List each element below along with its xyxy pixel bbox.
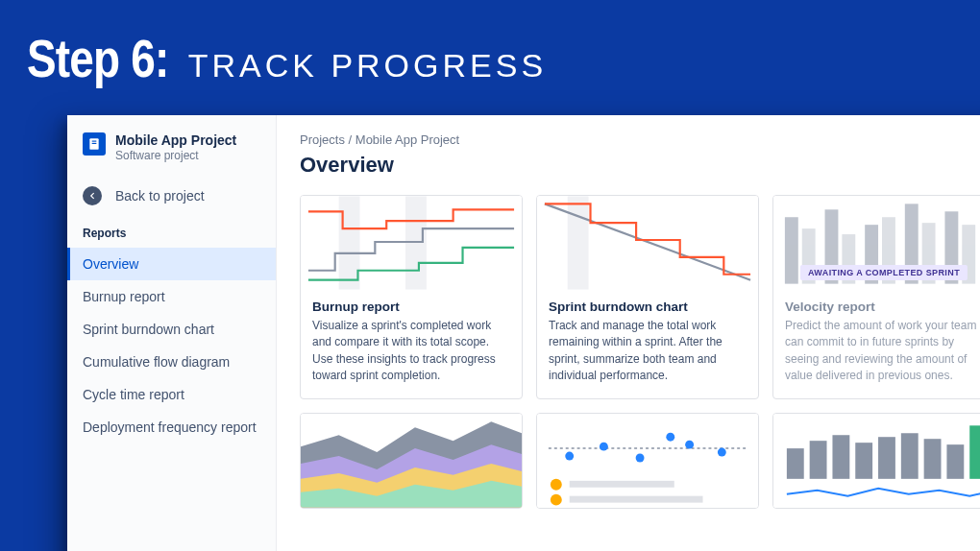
project-type: Software project [115, 149, 236, 164]
page-title: Overview [300, 153, 980, 178]
chart-thumb-deployment [773, 414, 980, 508]
card-cycle-time[interactable] [536, 413, 759, 509]
card-burnup-report[interactable]: Burnup report Visualize a sprint's compl… [300, 195, 523, 399]
back-to-project[interactable]: Back to project [67, 177, 276, 219]
card-desc: Predict the amount of work your team can… [785, 318, 980, 385]
svg-rect-6 [785, 217, 798, 283]
status-badge: AWAITING A COMPLETED SPRINT [800, 265, 968, 280]
svg-rect-5 [568, 196, 589, 289]
sidebar-nav: Overview Burnup report Sprint burndown c… [67, 248, 276, 443]
svg-rect-36 [901, 433, 919, 479]
sidebar: Mobile App Project Software project Back… [67, 115, 277, 551]
project-name: Mobile App Project [115, 132, 236, 149]
card-sprint-burndown[interactable]: Sprint burndown chart Track and manage t… [536, 195, 759, 399]
nav-cycle-time[interactable]: Cycle time report [67, 378, 276, 411]
main-content: Projects / Mobile App Project Overview B… [277, 115, 980, 551]
nav-burndown[interactable]: Sprint burndown chart [67, 313, 276, 346]
arrow-left-icon [83, 186, 102, 205]
step-title: TRACK PROGRESS [188, 47, 547, 84]
card-cumulative-flow[interactable] [300, 413, 523, 509]
project-icon [83, 132, 106, 156]
step-number: Step 6: [27, 27, 168, 89]
card-title: Sprint burndown chart [549, 299, 747, 314]
svg-rect-37 [924, 439, 942, 479]
nav-deployment-frequency[interactable]: Deployment frequency report [67, 411, 276, 443]
svg-point-23 [636, 453, 645, 462]
svg-rect-3 [339, 196, 360, 289]
sidebar-section-label: Reports [67, 219, 276, 248]
chart-thumb-burnup [301, 196, 522, 290]
breadcrumb-separator: / [345, 132, 355, 147]
chart-thumb-cumulative [301, 414, 522, 508]
svg-rect-34 [855, 443, 872, 479]
svg-rect-32 [810, 441, 827, 479]
svg-rect-1 [92, 141, 97, 142]
svg-point-22 [600, 442, 608, 450]
back-label: Back to project [115, 188, 205, 204]
breadcrumb: Projects / Mobile App Project [300, 132, 980, 147]
card-title: Burnup report [312, 299, 510, 314]
svg-point-25 [685, 440, 694, 448]
project-header[interactable]: Mobile App Project Software project [67, 132, 276, 177]
app-window: Mobile App Project Software project Back… [67, 115, 980, 551]
chart-thumb-burndown [537, 196, 758, 290]
svg-rect-35 [878, 437, 895, 479]
svg-rect-30 [570, 495, 703, 502]
nav-burnup[interactable]: Burnup report [67, 280, 276, 313]
nav-overview[interactable]: Overview [67, 248, 276, 280]
svg-rect-33 [832, 435, 849, 479]
svg-point-21 [565, 451, 574, 460]
svg-point-26 [718, 447, 726, 456]
card-velocity-report[interactable]: AWAITING A COMPLETED SPRINT Velocity rep… [772, 195, 980, 399]
breadcrumb-current: Mobile App Project [355, 132, 459, 147]
svg-rect-31 [787, 448, 804, 479]
chart-thumb-velocity: AWAITING A COMPLETED SPRINT [773, 196, 980, 290]
chart-thumb-cycle-time [537, 414, 758, 508]
breadcrumb-parent[interactable]: Projects [300, 132, 345, 147]
svg-point-24 [666, 432, 674, 441]
card-title: Velocity report [785, 299, 980, 314]
svg-rect-38 [946, 444, 964, 479]
nav-cumulative-flow[interactable]: Cumulative flow diagram [67, 346, 276, 378]
svg-point-27 [551, 478, 562, 490]
svg-rect-39 [969, 425, 980, 479]
card-desc: Track and manage the total work remainin… [549, 318, 747, 385]
svg-rect-28 [570, 480, 674, 487]
svg-rect-2 [92, 143, 97, 144]
card-desc: Visualize a sprint's completed work and … [312, 318, 510, 385]
card-deployment-frequency[interactable] [772, 413, 980, 509]
report-cards-grid: Burnup report Visualize a sprint's compl… [300, 195, 980, 509]
svg-point-29 [551, 493, 562, 505]
